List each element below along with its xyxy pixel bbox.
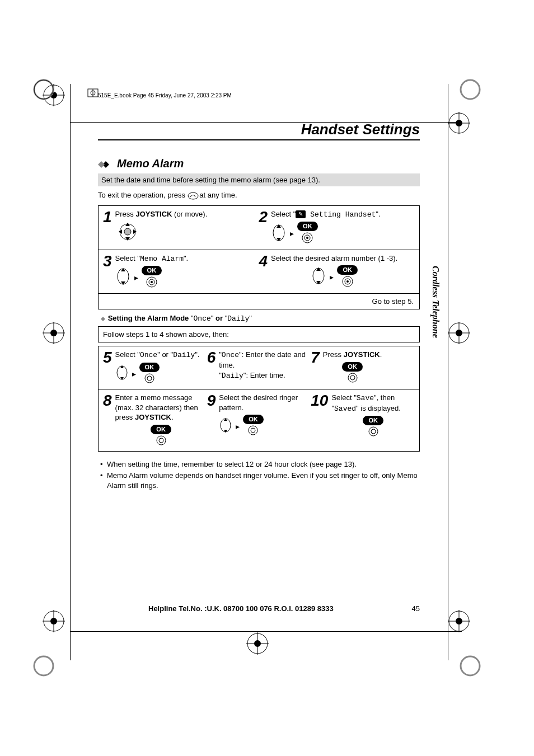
follow-box: Follow steps 1 to 4 shown above, then: [98,326,420,342]
step-number: 8 [103,393,112,408]
t: (or move). [172,210,207,218]
ok-badge: OK [342,362,363,372]
svg-marker-53 [121,281,125,285]
step-number: 4 [259,253,268,269]
t: Once [222,351,239,359]
t: ": Enter time. [243,371,285,379]
svg-marker-74 [224,418,227,421]
footer: Helpline Tel.No. :U.K. 08700 100 076 R.O… [98,604,420,613]
svg-marker-66 [120,377,124,380]
ok-badge: OK [297,222,318,231]
svg-marker-41 [125,223,130,226]
button-press-icon [367,426,380,439]
button-press-icon [340,276,355,290]
joystick-updown-icon [219,417,232,436]
svg-point-68 [147,376,152,381]
svg-marker-52 [121,268,125,271]
ok-badge: OK [337,265,358,275]
svg-marker-43 [119,229,122,234]
step-number: 7 [311,350,320,365]
arrow-icon: ▸ [236,421,240,432]
step-5: 5 Select "Once" or "Daily". ▸ OK [103,350,207,386]
exit-line: To exit the operation, press at any time… [98,191,420,200]
svg-point-56 [151,281,153,283]
t: Once [194,314,211,323]
button-press-icon [155,435,167,448]
button-press-icon [143,373,156,386]
joystick-updown-icon [271,223,287,245]
reg-mark-ml [43,322,65,344]
svg-point-70 [350,375,355,380]
svg-marker-65 [120,365,124,368]
reg-mark-bc [246,632,269,655]
bullet-icon: • [100,471,104,490]
t: . [171,413,174,421]
exit-post: at any time. [199,191,237,199]
svg-marker-47 [277,238,281,241]
svg-point-20 [461,656,480,675]
step-number: 10 [311,393,328,408]
svg-point-10 [461,80,480,99]
svg-point-78 [369,427,378,436]
t: Follow steps [103,330,146,339]
t: Daily [227,314,249,323]
corner-mark-tr [459,78,481,101]
sub-heading: Setting the Alarm Mode "Once" or "Daily" [98,309,420,326]
svg-point-5 [34,80,53,99]
bullet-text: Memo Alarm volume depends on handset rin… [107,471,420,490]
step-number: 5 [103,350,112,365]
step-number: 9 [207,393,216,408]
t: JOYSTICK [135,210,172,218]
reg-mark-br [448,610,470,632]
step-2: 2 Select "✎ Setting Handset". ▸ OK [259,209,415,246]
arrow-icon: ▸ [134,273,138,283]
bullet-list: •When setting the time, remember to sele… [100,459,420,490]
ok-badge: OK [142,266,162,275]
step-number: 3 [103,253,112,269]
t: " [249,314,252,322]
exit-pre: To exit the operation, press [98,191,188,199]
svg-marker-46 [277,224,281,228]
t: Select the desired alarm number (1 -3). [271,254,397,262]
button-press-icon [144,276,159,290]
arrow-icon: ▸ [132,369,136,379]
joystick-updown-icon [115,267,131,289]
bullet-text: When setting the time, remember to selec… [107,459,357,469]
t: " is displayed. [356,404,401,412]
t: Saved [334,405,356,413]
ok-badge: OK [151,425,171,434]
step-number: 2 [259,209,268,225]
svg-marker-44 [133,229,137,234]
t: Select " [115,254,140,262]
svg-point-15 [34,656,53,675]
corner-mark-tl [32,78,55,101]
steps-box-1: 1 Press JOYSTICK (or move). 2 Select "✎ … [98,205,420,310]
t: shown above, then: [163,330,228,339]
t: . [411,297,414,306]
t: Press [323,350,344,359]
page-title: Handset Settings [301,121,420,138]
t: or [213,314,224,322]
ok-badge: OK [243,415,264,424]
t: Select " [115,350,140,359]
ok-badge: OK [139,363,160,372]
step-number: 6 [207,350,216,365]
t: Select " [331,393,356,402]
corner-mark-bl [32,655,55,677]
reg-mark-tr [448,112,470,134]
step-1: 1 Press JOYSTICK (or move). [103,209,259,245]
svg-point-40 [124,228,131,235]
t: " or " [157,350,173,359]
crop-line [70,631,462,632]
svg-point-62 [346,280,349,283]
button-press-icon [247,425,259,438]
title-block: Handset Settings [98,121,420,140]
t: to [149,330,160,339]
ok-badge: OK [363,416,383,425]
step-number: 1 [103,209,112,225]
t: Daily [222,372,243,380]
t: Save [357,394,374,402]
joystick-icon [115,221,208,245]
svg-marker-42 [125,237,130,241]
hand-icon [188,192,198,200]
